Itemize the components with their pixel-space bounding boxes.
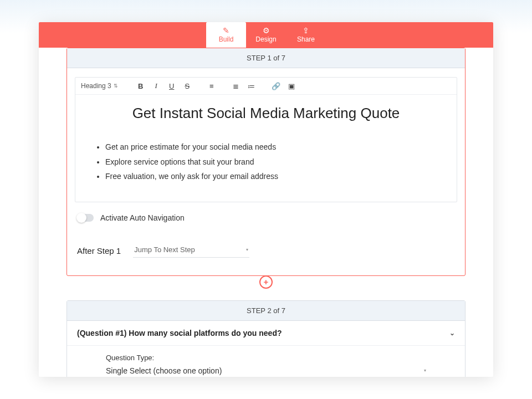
tab-label: Build — [219, 35, 234, 43]
rte-toolbar: Heading 3 ⇅ B I U S ≡ ≣ ≔ — [75, 78, 457, 95]
updown-icon: ⇅ — [114, 83, 118, 89]
auto-nav-label: Activate Auto Navigation — [100, 213, 185, 222]
rte-content[interactable]: Get Instant Social Media Marketing Quote… — [75, 95, 457, 202]
tab-label: Share — [297, 35, 315, 43]
caret-down-icon: ▾ — [246, 247, 248, 252]
question-type-value: Single Select (choose one option) — [106, 366, 222, 375]
app-frame: ✎ Build ⚙ Design ⇪ Share STEP 1 of 7 — [39, 22, 493, 377]
after-step-value: Jump To Next Step — [134, 245, 195, 254]
rte-unordered-list-button[interactable]: ≔ — [247, 81, 257, 91]
plus-icon: + — [264, 277, 269, 287]
share-icon: ⇪ — [303, 27, 309, 34]
rte-heading-select[interactable]: Heading 3 ⇅ — [81, 82, 121, 90]
auto-nav-toggle[interactable] — [77, 214, 94, 222]
add-step-button[interactable]: + — [259, 275, 273, 289]
rte-bullet: Free valuation, we only ask for your ema… — [105, 169, 443, 184]
rte-title: Get Instant Social Media Marketing Quote — [89, 105, 443, 122]
rich-text-editor: Heading 3 ⇅ B I U S ≡ ≣ ≔ — [75, 77, 457, 202]
tab-design[interactable]: ⚙ Design — [246, 22, 286, 48]
after-step-label: After Step 1 — [77, 246, 121, 258]
step-2-card: STEP 2 of 7 (Question #1) How many socia… — [66, 300, 466, 377]
accordion-title: (Question #1) How many social platforms … — [77, 329, 282, 337]
tab-share[interactable]: ⇪ Share — [286, 22, 326, 48]
rte-bullet: Get an price estimate for your social me… — [105, 140, 443, 155]
rte-bold-button[interactable]: B — [136, 81, 146, 91]
rte-bullet: Explore service options that suit your b… — [105, 155, 443, 170]
chevron-down-icon: ⌄ — [449, 329, 455, 337]
tab-build[interactable]: ✎ Build — [206, 22, 246, 48]
step-2-header: STEP 2 of 7 — [67, 301, 465, 321]
question-1-accordion[interactable]: (Question #1) How many social platforms … — [67, 321, 465, 346]
question-type-label: Question Type: — [106, 354, 426, 362]
pencil-icon: ✎ — [223, 27, 229, 34]
gear-icon: ⚙ — [263, 27, 270, 34]
rte-heading-value: Heading 3 — [81, 82, 111, 90]
rte-bullet-list: Get an price estimate for your social me… — [89, 140, 443, 184]
rte-italic-button[interactable]: I — [151, 81, 161, 91]
rte-strike-button[interactable]: S — [182, 81, 192, 91]
tab-label: Design — [255, 35, 276, 43]
rte-image-button[interactable]: ▣ — [287, 81, 296, 91]
rte-ordered-list-button[interactable]: ≣ — [231, 81, 241, 91]
rte-underline-button[interactable]: U — [167, 81, 177, 91]
top-nav: ✎ Build ⚙ Design ⇪ Share — [39, 22, 493, 48]
rte-link-button[interactable]: 🔗 — [271, 81, 281, 91]
rte-align-button[interactable]: ≡ — [207, 81, 217, 91]
caret-down-icon: ▾ — [424, 368, 426, 373]
step-1-header: STEP 1 of 7 — [67, 48, 465, 68]
after-step-select[interactable]: Jump To Next Step ▾ — [133, 243, 249, 258]
step-1-card: STEP 1 of 7 Heading 3 ⇅ B I U S — [66, 48, 466, 276]
question-type-select[interactable]: Single Select (choose one option) ▾ — [106, 363, 426, 377]
